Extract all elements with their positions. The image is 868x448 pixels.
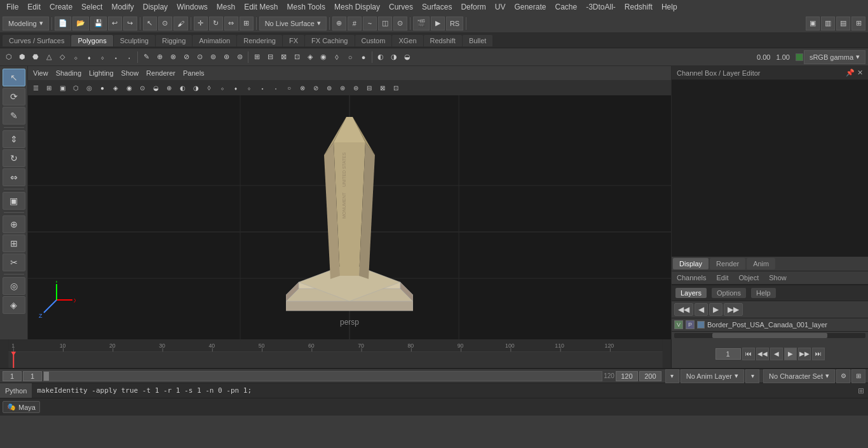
poly-tb-btn28[interactable]: ◐ xyxy=(374,50,387,64)
python-command[interactable]: makeIdentity -apply true -t 1 -r 1 -s 1 … xyxy=(37,386,849,395)
colorspace-dropdown[interactable]: sRGB gamma ▾ xyxy=(804,50,865,64)
menu-generate[interactable]: Generate xyxy=(510,1,550,13)
vpt-btn22[interactable]: ⊘ xyxy=(309,81,322,95)
layer-next-next-btn[interactable]: ▶▶ xyxy=(724,303,743,316)
tab-anim[interactable]: Anim xyxy=(747,258,775,269)
layers-tab[interactable]: Layers xyxy=(675,288,707,298)
vp-menu-shading[interactable]: Shading xyxy=(53,68,84,78)
poly-tb-btn29[interactable]: ◑ xyxy=(388,50,400,64)
layout-btn1[interactable]: ▣ xyxy=(806,17,820,31)
tab-custom[interactable]: Custom xyxy=(355,35,392,46)
layer-prev-btn[interactable]: ◀ xyxy=(695,303,708,316)
menu-mesh[interactable]: Mesh xyxy=(213,1,239,13)
poly-tb-btn8[interactable]: ⬨ xyxy=(96,50,109,64)
poly-tb-btn20[interactable]: ⊟ xyxy=(264,50,276,64)
menu-curves[interactable]: Curves xyxy=(385,1,417,13)
poly-tb-btn22[interactable]: ⊡ xyxy=(290,50,303,64)
vpt-btn28[interactable]: ⊡ xyxy=(390,81,402,95)
ch-menu-object[interactable]: Object xyxy=(736,273,761,283)
layer-name[interactable]: Border_Post_USA_Canada_001_layer xyxy=(707,321,865,329)
render-btn[interactable]: 🎬 xyxy=(413,17,430,31)
poly-tb-btn18[interactable]: ⊜ xyxy=(233,50,246,64)
char-set-options-btn[interactable]: ⚙ xyxy=(836,369,850,383)
tab-render[interactable]: Render xyxy=(710,258,745,269)
workspace-dropdown[interactable]: Modeling ▾ xyxy=(3,17,49,31)
taskbar-maya-btn[interactable]: 🎭 Maya xyxy=(3,401,40,413)
poly-tb-btn7[interactable]: ⬧ xyxy=(83,50,95,64)
anim-layer-dropdown[interactable]: No Anim Layer ▾ xyxy=(681,369,744,383)
poly-tb-btn30[interactable]: ◒ xyxy=(401,50,414,64)
rotate-btn[interactable]: ↻ xyxy=(209,17,223,31)
menu-surfaces[interactable]: Surfaces xyxy=(418,1,456,13)
vpt-btn1[interactable]: ☰ xyxy=(29,81,42,95)
move-btn[interactable]: ✛ xyxy=(194,17,208,31)
scale-btn[interactable]: ⇔ xyxy=(224,17,238,31)
save-scene-btn[interactable]: 💾 xyxy=(90,17,107,31)
vpt-btn16[interactable]: ⬧ xyxy=(229,81,242,95)
vpt-btn3[interactable]: ▣ xyxy=(56,81,69,95)
soft-sel-tool[interactable]: ◎ xyxy=(3,277,25,295)
menu-uv[interactable]: UV xyxy=(491,1,510,13)
menu-display[interactable]: Display xyxy=(139,1,172,13)
undo-btn[interactable]: ↩ xyxy=(108,17,122,31)
vpt-btn18[interactable]: ⬩ xyxy=(256,81,269,95)
layer-visibility-v[interactable]: V xyxy=(674,320,683,329)
poly-tb-btn6[interactable]: ⬦ xyxy=(69,50,82,64)
poly-tb-btn26[interactable]: ○ xyxy=(344,50,356,64)
close-icon[interactable]: ✕ xyxy=(857,69,863,77)
poly-tb-btn24[interactable]: ◉ xyxy=(317,50,330,64)
layer-scrollbar-thumb[interactable] xyxy=(712,333,827,338)
new-scene-btn[interactable]: 📄 xyxy=(55,17,71,31)
display-tool[interactable]: ◈ xyxy=(3,296,25,314)
range-end-input[interactable] xyxy=(616,371,638,381)
poly-tb-btn15[interactable]: ⊙ xyxy=(193,50,206,64)
rs-btn[interactable]: RS xyxy=(446,17,463,31)
move-tool[interactable]: ⇕ xyxy=(3,130,25,148)
paint-sel-btn[interactable]: 🖌 xyxy=(173,17,188,31)
play-fwd-btn[interactable]: ▶ xyxy=(784,348,797,360)
layer-visibility-p[interactable]: P xyxy=(686,320,695,329)
vpt-btn25[interactable]: ⊜ xyxy=(349,81,362,95)
anim-layer-options-btn[interactable]: ▾ xyxy=(665,369,679,383)
poly-tb-btn2[interactable]: ⬢ xyxy=(16,50,29,64)
python-settings-btn[interactable]: ⊞ xyxy=(854,386,868,395)
menu-modify[interactable]: Modify xyxy=(107,1,137,13)
range-start-input[interactable] xyxy=(3,371,22,381)
paint-tool[interactable]: ✎ xyxy=(3,107,25,125)
goto-end-btn[interactable]: ⏭ xyxy=(812,348,825,360)
vpt-btn4[interactable]: ⬡ xyxy=(69,81,82,95)
timeline-ruler[interactable]: 1 10 20 30 40 50 60 70 80 90 1 xyxy=(0,339,671,369)
vpt-btn7[interactable]: ◈ xyxy=(109,81,122,95)
layout-btn2[interactable]: ▥ xyxy=(821,17,835,31)
tab-fx[interactable]: FX xyxy=(283,35,304,46)
layer-scrollbar[interactable] xyxy=(674,333,865,338)
menu-mesh-display[interactable]: Mesh Display xyxy=(330,1,384,13)
vpt-btn13[interactable]: ◑ xyxy=(189,81,202,95)
menu-file[interactable]: File xyxy=(3,1,22,13)
vpt-btn20[interactable]: ○ xyxy=(283,81,295,95)
vpt-btn24[interactable]: ⊛ xyxy=(336,81,349,95)
poly-tb-btn25[interactable]: ◊ xyxy=(330,50,343,64)
tab-rigging[interactable]: Rigging xyxy=(156,35,192,46)
layout-btn4[interactable]: ⊞ xyxy=(851,17,865,31)
pin-icon[interactable]: 📌 xyxy=(846,69,855,77)
vp-menu-lighting[interactable]: Lighting xyxy=(86,68,116,78)
vpt-btn8[interactable]: ◉ xyxy=(123,81,135,95)
vpt-btn11[interactable]: ⊕ xyxy=(163,81,175,95)
poly-tb-btn23[interactable]: ◈ xyxy=(304,50,316,64)
vpt-btn21[interactable]: ⊗ xyxy=(296,81,309,95)
options-tab[interactable]: Options xyxy=(712,288,746,298)
playback-end-input[interactable] xyxy=(639,371,661,381)
grid-tool[interactable]: ⊞ xyxy=(3,234,25,252)
step-back-btn[interactable]: ◀◀ xyxy=(756,348,769,360)
menu-redshift[interactable]: Redshift xyxy=(621,1,656,13)
vpt-btn5[interactable]: ◎ xyxy=(83,81,95,95)
snap-surface-btn[interactable]: ◫ xyxy=(378,17,392,31)
menu-edit[interactable]: Edit xyxy=(24,1,44,13)
scale-tool[interactable]: ⇔ xyxy=(3,168,25,186)
vpt-btn26[interactable]: ⊟ xyxy=(363,81,376,95)
anim-layer-options-btn2[interactable]: ▾ xyxy=(745,369,759,383)
menu-help[interactable]: Help xyxy=(658,1,681,13)
poly-tb-btn17[interactable]: ⊛ xyxy=(220,50,233,64)
vpt-btn27[interactable]: ⊠ xyxy=(376,81,389,95)
